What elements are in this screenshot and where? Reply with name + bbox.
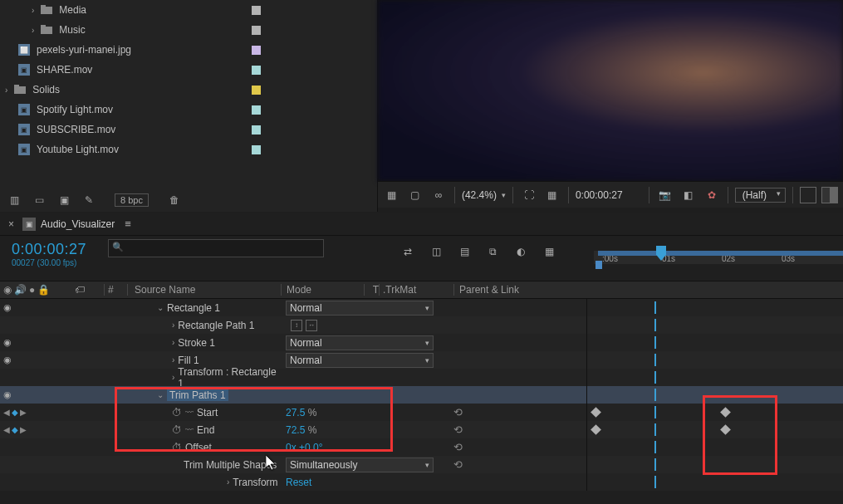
visibility-toggle[interactable]: ◉	[3, 337, 12, 348]
color-label[interactable]	[252, 145, 261, 154]
property-name[interactable]: Offset	[185, 442, 212, 453]
file-name[interactable]: Solids	[32, 84, 377, 95]
color-label[interactable]	[252, 86, 261, 95]
shy-icon[interactable]: ▤	[455, 242, 473, 261]
new-folder-icon[interactable]: ▭	[30, 191, 48, 209]
fullscreen-icon[interactable]: ⛶	[520, 186, 538, 204]
keyframe-diamond[interactable]	[591, 407, 601, 418]
layer-row-rectangle1[interactable]: ◉ ⌄Rectangle 1 Normal	[0, 299, 843, 316]
trim-multiple-select[interactable]: Simultaneously	[286, 458, 434, 472]
property-name[interactable]: Trim Paths 1	[167, 389, 228, 401]
toggle-mask-icon[interactable]: ▢	[406, 186, 424, 204]
property-value[interactable]: 27.5 %	[286, 407, 316, 418]
add-keyframe-icon[interactable]: ◆	[12, 408, 18, 417]
timecode[interactable]: 0:00:00:27	[12, 241, 108, 258]
t-column[interactable]: T	[364, 284, 379, 296]
pickwhip-icon[interactable]: ⟲	[453, 441, 463, 453]
blend-mode-select[interactable]: Normal	[286, 301, 434, 316]
file-name[interactable]: SUBSCRIBE.mov	[37, 124, 377, 135]
lock-column-icon[interactable]: 🔒	[37, 284, 50, 296]
property-row-transform-rect[interactable]: ›Transform : Rectangle 1	[0, 369, 843, 386]
property-value[interactable]: 72.5 %	[286, 424, 316, 436]
twirl-right-icon[interactable]: ›	[172, 355, 174, 365]
delete-icon[interactable]: 🗑	[165, 191, 184, 209]
video-column-icon[interactable]: ◉	[3, 284, 12, 296]
color-label[interactable]	[252, 46, 261, 55]
color-label[interactable]	[252, 125, 261, 135]
work-area-start[interactable]	[595, 261, 602, 269]
twirl-icon[interactable]: ›	[5, 86, 7, 95]
grid-guides-icon[interactable]: ▦	[383, 186, 401, 204]
color-label[interactable]	[252, 6, 261, 15]
property-name[interactable]: Stroke 1	[178, 337, 215, 349]
file-name[interactable]: pexels-yuri-manei.jpg	[37, 44, 377, 56]
property-row-trimpaths[interactable]: ◉ ⌄Trim Paths 1	[0, 386, 843, 404]
preview-timecode[interactable]: 0:00:00:27	[576, 189, 642, 201]
twirl-right-icon[interactable]: ›	[172, 373, 174, 382]
file-row[interactable]: › Music	[0, 20, 377, 40]
file-row[interactable]: ▣ SUBSCRIBE.mov	[0, 120, 377, 139]
property-name[interactable]: Transform	[233, 477, 277, 488]
file-name[interactable]: Music	[59, 24, 377, 36]
transparency-grid-icon[interactable]: ▦	[543, 186, 561, 204]
property-name[interactable]: Rectangle Path 1	[178, 320, 254, 331]
parent-link-column[interactable]: Parent & Link	[453, 284, 586, 296]
blend-mode-select[interactable]: Normal	[286, 353, 434, 368]
close-panel-icon[interactable]: ×	[8, 218, 14, 230]
keyframe-diamond[interactable]	[720, 424, 731, 435]
property-row-trimmult[interactable]: Trim Multiple Shapes Simultaneously ⟲	[0, 456, 843, 473]
interpret-footage-icon[interactable]: ▥	[5, 191, 23, 209]
twirl-right-icon[interactable]: ›	[227, 477, 229, 487]
trkmat-column[interactable]: .TrkMat	[379, 284, 453, 296]
zoom-dropdown-icon[interactable]: ▾	[502, 191, 506, 199]
show-channel-icon[interactable]: ◧	[679, 186, 698, 204]
xform-icon[interactable]: ↔	[306, 320, 317, 331]
resolution-select[interactable]: (Half)	[735, 188, 786, 203]
property-name[interactable]: End	[197, 424, 214, 436]
file-row[interactable]: ▣ SHARE.mov	[0, 60, 377, 80]
property-value[interactable]: 0x +0.0°	[286, 442, 323, 453]
solo-column-icon[interactable]: ●	[29, 284, 35, 296]
blend-mode-select[interactable]: Normal	[286, 335, 434, 350]
expression-graph-icon[interactable]: 〰	[185, 425, 194, 434]
graph-editor-icon[interactable]: ▦	[540, 242, 558, 261]
stopwatch-icon[interactable]: ⏱	[172, 424, 182, 436]
bpc-toggle[interactable]: 8 bpc	[115, 193, 149, 207]
property-name[interactable]: Rectangle 1	[167, 302, 220, 314]
panel-menu-icon[interactable]: ≡	[125, 218, 131, 230]
twirl-icon[interactable]: ›	[32, 6, 34, 15]
frame-blend-icon[interactable]: ⧉	[483, 242, 502, 261]
work-area-bar[interactable]	[598, 251, 843, 256]
file-name[interactable]: SHARE.mov	[37, 64, 377, 76]
stopwatch-icon[interactable]: ⏱	[172, 407, 182, 418]
label-column-icon[interactable]: 🏷	[75, 284, 104, 296]
number-column[interactable]: #	[104, 284, 127, 296]
pickwhip-icon[interactable]: ⟲	[453, 458, 463, 471]
composition-preview[interactable]	[378, 0, 843, 181]
snapshot-icon[interactable]: 📷	[656, 186, 674, 204]
audio-column-icon[interactable]: 🔊	[14, 284, 27, 296]
file-row[interactable]: ▣ Youtube Light.mov	[0, 139, 377, 159]
file-name[interactable]: Media	[59, 4, 377, 16]
pickwhip-icon[interactable]: ⟲	[453, 423, 463, 436]
reset-button[interactable]: Reset	[286, 477, 311, 488]
file-row[interactable]: ▣ Spotify Light.mov	[0, 100, 377, 120]
current-time-display[interactable]: 0:00:00:27 00027 (30.00 fps)	[0, 236, 108, 281]
timeline-search-input[interactable]	[108, 239, 324, 257]
time-ruler[interactable]: :00s 01s 02s 03s	[594, 236, 843, 281]
file-row[interactable]: ⬜ pexels-yuri-manei.jpg	[0, 40, 377, 60]
twirl-down-icon[interactable]: ⌄	[157, 303, 164, 312]
expression-graph-icon[interactable]: 〰	[185, 408, 194, 417]
pickwhip-icon[interactable]: ⟲	[453, 406, 463, 418]
twirl-right-icon[interactable]: ›	[172, 321, 174, 330]
next-keyframe-icon[interactable]: ▶	[20, 408, 27, 417]
adjustment-icon[interactable]: ✎	[80, 191, 98, 209]
file-name[interactable]: Youtube Light.mov	[37, 144, 377, 155]
twirl-right-icon[interactable]: ›	[172, 338, 174, 347]
color-management-icon[interactable]: ✿	[703, 186, 721, 204]
property-name[interactable]: Fill 1	[178, 355, 198, 366]
color-label[interactable]	[252, 26, 261, 35]
new-comp-icon[interactable]: ▣	[55, 191, 73, 209]
add-keyframe-icon[interactable]: ◆	[12, 425, 18, 434]
file-name[interactable]: Spotify Light.mov	[37, 104, 377, 115]
